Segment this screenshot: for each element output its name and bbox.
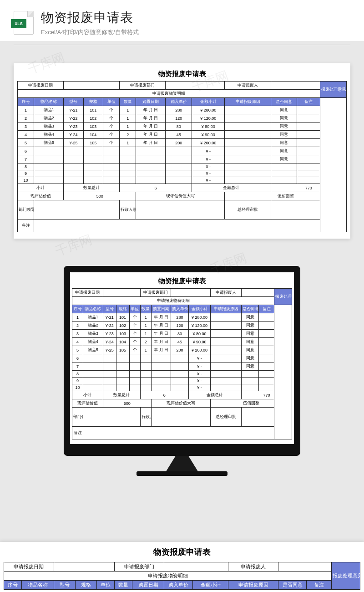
detail-header-row: 申请报废物资明细 <box>72 297 292 305</box>
table-row: 9 - <box>18 170 347 177</box>
sign-row: 部门领导 行政人事 总经理审批 <box>18 200 347 219</box>
meta-row: 申请报废日期 申请报废部门 申请报废人 报废处理意见 <box>72 289 292 297</box>
product-title: 物资报废申请表 <box>41 9 350 26</box>
form-title: 物资报废申请表 <box>72 277 292 286</box>
opinion-header: 报废处理意见 <box>320 82 347 98</box>
table-row: 8 - <box>72 371 292 378</box>
product-header: XLS 物资报废申请表 Excel/A4打印/内容随意修改/自带格式 <box>0 0 364 41</box>
table-row: 10 - <box>72 384 292 391</box>
table-row: 5 物品5 Y-25 105 个 1 年 月 日 200 200.00 同意 <box>72 346 292 354</box>
table-row: 2 物品2 Y-22 102 个 1 年 月 日 120 120.00 同意 <box>18 114 347 122</box>
xls-badge: XLS <box>11 19 26 28</box>
excel-file-icon: XLS <box>14 11 34 35</box>
eval-row: 现评估价值 500 现评估价值大写 伍佰圆整 <box>18 192 347 200</box>
table-row: 7 - 同意 <box>18 155 347 163</box>
preview-stage: 物资报废申请表 申请报废日期 申请报废部门 申请报废人 报废处理意见 申请报废物… <box>0 45 364 476</box>
preview-strip: 物资报废申请表 申请报废日期 申请报废部门 申请报废人 报废处理意见 申请报废物… <box>0 542 364 592</box>
remark-row: 备注 <box>18 219 347 232</box>
table-row: 6 - 同意 <box>18 147 347 155</box>
monitor-frame: 物资报废申请表 申请报废日期 申请报废部门 申请报废人 报废处理意见 申请报废物… <box>64 266 300 476</box>
table-row: 6 - 同意 <box>72 354 292 362</box>
form-title: 物资报废申请表 <box>17 70 347 78</box>
table-row: 5 物品5 Y-25 105 个 1 年 月 日 200 200.00 同意 <box>18 139 347 147</box>
sign-row: 部门领导 行政人事 总经理审批 <box>72 408 292 427</box>
opinion-header: 报废处理意见 <box>274 289 292 305</box>
table-row: 10 - <box>18 177 347 184</box>
table-row: 3 物品3 Y-23 103 个 1 年 月 日 80 80.00 同意 <box>18 122 347 131</box>
scrap-form-table: 申请报废日期 申请报废部门 申请报废人 报废处理意见 申请报废物资明细 序号 物… <box>17 81 347 232</box>
scrap-form-table: 申请报废日期 申请报废部门 申请报废人 报废处理意见 申请报废物资明细 序号 物… <box>72 288 292 439</box>
preview-large: 物资报废申请表 申请报废日期 申请报废部门 申请报废人 报废处理意见 申请报废物… <box>14 63 350 239</box>
product-subtitle: Excel/A4打印/内容随意修改/自带格式 <box>41 28 350 36</box>
table-row: 4 物品4 Y-24 104 个 2 年 月 日 45 90.00 同意 <box>18 131 347 139</box>
totals-row: 小计 数量总计 6 金额总计 770 <box>72 391 292 399</box>
scrap-form-table: 申请报废日期 申请报废部门 申请报废人 报废处理意见 申请报废物资明细 序号 物… <box>4 562 360 590</box>
table-row: 3 物品3 Y-23 103 个 1 年 月 日 80 80.00 同意 <box>72 330 292 338</box>
table-row: 1 物品1 Y-21 101 个 1 年 月 日 280 280.00 同意 <box>18 106 347 114</box>
table-row: 8 - <box>18 163 347 170</box>
table-row: 4 物品4 Y-24 104 个 2 年 月 日 45 90.00 同意 <box>72 338 292 346</box>
eval-row: 现评估价值 500 现评估价值大写 伍佰圆整 <box>72 399 292 408</box>
totals-row: 小计 数量总计 6 金额总计 770 <box>18 184 347 192</box>
table-row: 9 - <box>72 378 292 384</box>
table-row: 1 物品1 Y-21 101 个 1 年 月 日 280 280.00 同意 <box>72 313 292 322</box>
meta-row: 申请报废日期 申请报废部门 申请报废人 报废处理意见 <box>18 82 347 90</box>
form-title: 物资报废申请表 <box>4 546 360 557</box>
detail-header-row: 申请报废物资明细 <box>18 90 347 98</box>
column-header-row: 序号 物品名称 型号 规格 单位 数量 购置日期 购入单价 金额小计 申请报废原… <box>72 305 292 313</box>
remark-row: 备注 <box>72 427 292 439</box>
table-row: 2 物品2 Y-22 102 个 1 年 月 日 120 120.00 同意 <box>72 322 292 330</box>
column-header-row: 序号 物品名称 型号 规格 单位 数量 购置日期 购入单价 金额小计 申请报废原… <box>18 98 347 106</box>
table-row: 7 - 同意 <box>72 362 292 371</box>
preview-monitor: 物资报废申请表 申请报废日期 申请报废部门 申请报废人 报废处理意见 申请报废物… <box>64 266 300 476</box>
